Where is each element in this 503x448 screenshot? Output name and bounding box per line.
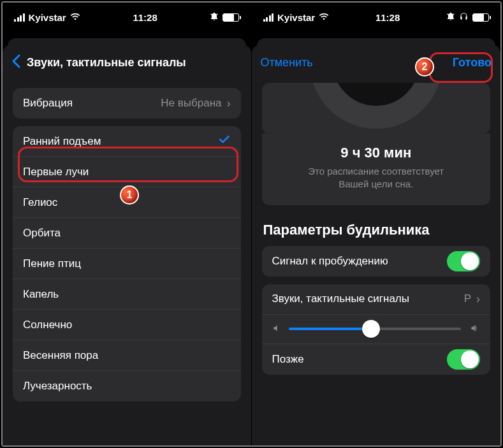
- sound-option-label: Солнечно: [23, 319, 72, 331]
- page-title: Звуки, тактильные сигналы: [27, 56, 186, 69]
- signal-icon: [14, 13, 25, 22]
- sounds-haptics-label: Звуки, тактильные сигналы: [272, 293, 410, 305]
- sound-option-label: Пение птиц: [23, 257, 81, 270]
- step-badge-1: 1: [120, 185, 139, 205]
- sound-option-label: Ранний подъем: [23, 135, 101, 148]
- sleep-dial[interactable]: 12: [262, 83, 491, 134]
- nav-bar: Звуки, тактильные сигналы: [3, 45, 251, 80]
- sound-option[interactable]: Пение птиц: [13, 249, 241, 279]
- volume-slider[interactable]: [289, 328, 462, 330]
- nav-bar: Отменить Готово: [252, 45, 501, 80]
- sound-option-label: Гелиос: [23, 196, 57, 209]
- alarm-icon: [210, 12, 219, 23]
- signal-icon: [263, 13, 274, 22]
- status-bar: Kyivstar 11:28: [3, 3, 251, 32]
- wifi-icon: [319, 12, 329, 22]
- battery-icon: [222, 13, 239, 22]
- alarm-icon: [446, 12, 455, 23]
- sounds-haptics-value: Р: [464, 293, 471, 305]
- headphones-icon: [459, 12, 469, 23]
- wake-alarm-switch[interactable]: [447, 251, 480, 271]
- sound-option[interactable]: Первые лучи: [13, 157, 241, 187]
- vibration-value: Не выбрана: [161, 97, 221, 110]
- chevron-right-icon: ›: [476, 293, 480, 306]
- sound-option[interactable]: Лучезарность: [13, 371, 241, 401]
- battery-icon: [472, 13, 489, 22]
- sound-list: Ранний подъемПервые лучиГелиосОрбитаПени…: [13, 126, 241, 401]
- volume-high-icon: [469, 324, 480, 335]
- sound-option[interactable]: Капель: [13, 279, 241, 310]
- checkmark-icon: [218, 133, 231, 150]
- sound-option[interactable]: Орбита: [13, 218, 241, 249]
- cancel-button[interactable]: Отменить: [261, 56, 313, 69]
- sound-option-label: Лучезарность: [23, 380, 92, 393]
- sound-option-label: Первые лучи: [23, 166, 89, 178]
- sound-option[interactable]: Солнечно: [13, 310, 241, 340]
- sounds-haptics-row[interactable]: Звуки, тактильные сигналы Р ›: [262, 284, 491, 315]
- alarm-options-header: Параметры будильника: [263, 222, 490, 238]
- clock-label: 11:28: [375, 12, 400, 23]
- status-bar: Kyivstar 11:28: [252, 3, 501, 32]
- snooze-row[interactable]: Позже: [262, 344, 491, 375]
- sound-option-label: Капель: [23, 288, 59, 301]
- sleep-summary: 9 ч 30 мин Это расписание соответствует …: [262, 133, 491, 205]
- carrier-label: Kyivstar: [277, 12, 315, 23]
- volume-low-icon: [272, 324, 281, 335]
- volume-row: [262, 315, 491, 344]
- sound-option-label: Весенняя пора: [23, 349, 98, 362]
- wake-alarm-label: Сигнал к пробуждению: [272, 255, 388, 268]
- vibration-row[interactable]: Вибрация Не выбрана ›: [13, 88, 241, 119]
- snooze-switch[interactable]: [447, 349, 480, 370]
- wifi-icon: [70, 12, 80, 22]
- step-badge-2: 2: [415, 57, 434, 76]
- chevron-right-icon: ›: [227, 97, 231, 110]
- sleep-duration: 9 ч 30 мин: [272, 145, 481, 161]
- snooze-label: Позже: [272, 353, 304, 366]
- sound-option[interactable]: Ранний подъем: [13, 126, 241, 157]
- wake-alarm-row[interactable]: Сигнал к пробуждению: [262, 246, 491, 277]
- vibration-label: Вибрация: [23, 97, 73, 110]
- sound-option[interactable]: Весенняя пора: [13, 340, 241, 371]
- done-button[interactable]: Готово: [453, 56, 492, 69]
- carrier-label: Kyivstar: [29, 12, 66, 23]
- back-button[interactable]: [11, 54, 20, 71]
- sleep-subtitle: Это расписание соответствует Вашей цели …: [272, 165, 481, 191]
- sound-option-label: Орбита: [23, 227, 61, 240]
- clock-label: 11:28: [133, 12, 157, 23]
